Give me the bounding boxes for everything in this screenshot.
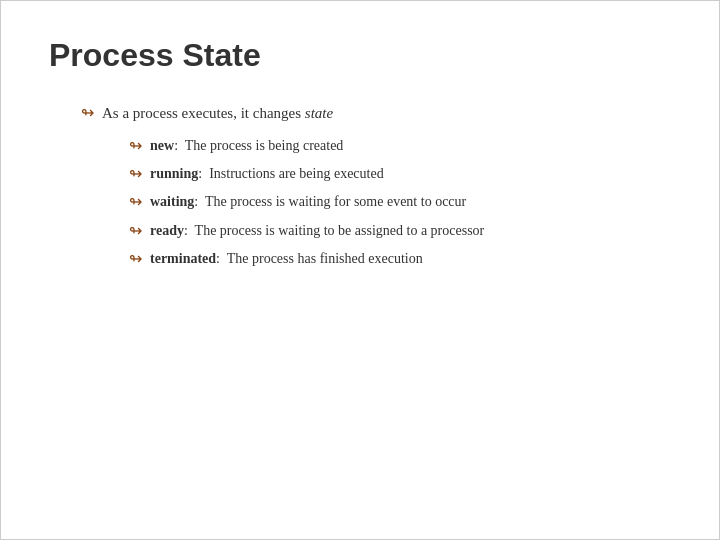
level1-text: As a process executes, it changes state [102, 102, 333, 125]
level2-bullet-waiting: ↬ waiting: The process is waiting for so… [81, 191, 671, 213]
keyword-running: running [150, 166, 198, 181]
bullet-icon-terminated: ↬ [129, 248, 142, 270]
ready-text: ready: The process is waiting to be assi… [150, 220, 484, 241]
new-text: new: The process is being created [150, 135, 343, 156]
level2-bullet-ready: ↬ ready: The process is waiting to be as… [81, 220, 671, 242]
state-keyword: state [305, 105, 333, 121]
bullet-icon-ready: ↬ [129, 220, 142, 242]
terminated-text: terminated: The process has finished exe… [150, 248, 423, 269]
slide-content: ↬ As a process executes, it changes stat… [49, 102, 671, 270]
bullet-icon-level1: ↬ [81, 102, 94, 124]
bullet-icon-running: ↬ [129, 163, 142, 185]
bullet-icon-new: ↬ [129, 135, 142, 157]
keyword-ready: ready [150, 223, 184, 238]
running-text: running: Instructions are being executed [150, 163, 384, 184]
keyword-terminated: terminated [150, 251, 216, 266]
slide: Process State ↬ As a process executes, i… [0, 0, 720, 540]
level1-bullet: ↬ As a process executes, it changes stat… [81, 102, 671, 125]
bullet-icon-waiting: ↬ [129, 191, 142, 213]
level2-bullet-new: ↬ new: The process is being created [81, 135, 671, 157]
keyword-new: new [150, 138, 174, 153]
keyword-waiting: waiting [150, 194, 194, 209]
level2-bullet-terminated: ↬ terminated: The process has finished e… [81, 248, 671, 270]
level2-bullet-running: ↬ running: Instructions are being execut… [81, 163, 671, 185]
slide-title: Process State [49, 37, 671, 74]
waiting-text: waiting: The process is waiting for some… [150, 191, 466, 212]
